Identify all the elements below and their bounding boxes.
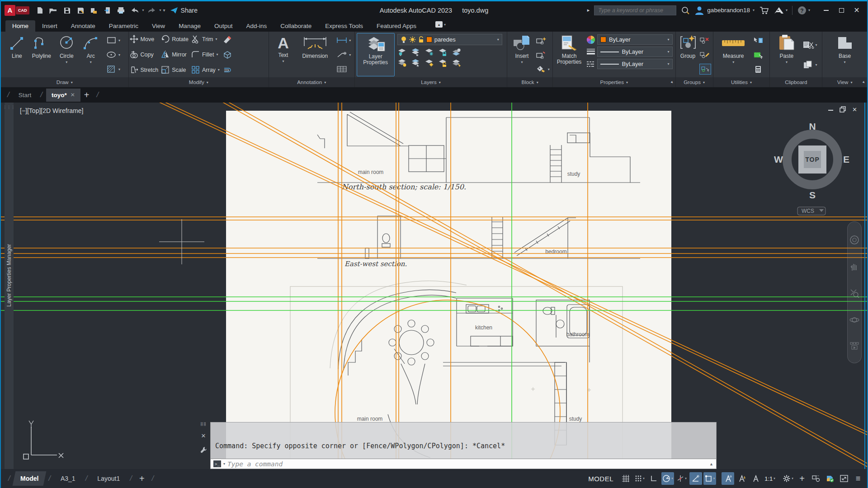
command-window[interactable]: Command: Specify opposite corner or [Fen… bbox=[210, 422, 717, 469]
annotation-visibility-toggle[interactable] bbox=[722, 472, 734, 485]
minimize-button[interactable] bbox=[819, 5, 833, 16]
modify-panel-label[interactable]: Modify▾ bbox=[129, 77, 269, 87]
group-selectable-toggle[interactable] bbox=[699, 64, 711, 75]
viewcube-south[interactable]: S bbox=[809, 190, 816, 200]
layer-unisolate-icon[interactable] bbox=[397, 59, 407, 67]
palette-grip[interactable]: ⋮⋮⋮ bbox=[3, 106, 15, 108]
layout-tab-a3-1[interactable]: A3_1 bbox=[54, 471, 82, 486]
linear-dimension-tool[interactable]: ▾ bbox=[336, 35, 351, 46]
utilities-panel-label[interactable]: Utilities▾ bbox=[713, 77, 770, 87]
layer-thaw-icon[interactable] bbox=[425, 59, 434, 67]
layout-tab-model[interactable]: Model bbox=[12, 471, 46, 486]
layer-off-icon[interactable] bbox=[397, 48, 407, 56]
layer-lock-icon[interactable] bbox=[438, 48, 448, 56]
grid-display-toggle[interactable] bbox=[619, 472, 632, 485]
line-tool[interactable]: Line bbox=[9, 33, 25, 76]
ribbon-tab-addins[interactable]: Add-ins bbox=[239, 20, 274, 32]
measure-tool[interactable]: Measure ▾ bbox=[719, 33, 747, 76]
isolate-objects-button[interactable] bbox=[810, 472, 822, 485]
redo-button[interactable] bbox=[146, 5, 158, 16]
quick-calculator-tool[interactable] bbox=[753, 64, 764, 75]
mirror-tool[interactable]: Mirror bbox=[161, 49, 189, 60]
redo-dropdown-icon[interactable]: ▾ bbox=[160, 8, 161, 12]
object-snap-tracking-toggle[interactable] bbox=[689, 472, 702, 485]
copy-clip-tool[interactable]: ▾ bbox=[802, 59, 817, 70]
command-window-grip[interactable]: ⣿⣿ bbox=[200, 423, 207, 425]
undo-button[interactable] bbox=[129, 5, 141, 16]
group-tool[interactable]: Group bbox=[678, 33, 698, 76]
annotation-scale-icon[interactable] bbox=[750, 472, 762, 485]
base-tool[interactable]: Base ▾ bbox=[832, 33, 858, 76]
new-layout-button[interactable]: + bbox=[136, 474, 148, 484]
trim-tool[interactable]: Trim▾ bbox=[191, 33, 220, 45]
ribbon-tab-output[interactable]: Output bbox=[208, 20, 240, 32]
array-tool[interactable]: Array▾ bbox=[191, 64, 220, 75]
clipboard-panel-label[interactable]: Clipboard bbox=[770, 77, 822, 87]
command-scroll-up-icon[interactable]: ▲ bbox=[709, 462, 713, 466]
file-tab-close-icon[interactable]: ✕ bbox=[71, 92, 75, 98]
insert-block-tool[interactable]: Insert ▾ bbox=[510, 33, 533, 76]
layer-isolate-icon[interactable] bbox=[411, 48, 421, 56]
new-drawing-tab-button[interactable]: + bbox=[80, 90, 93, 100]
polar-tracking-toggle[interactable]: ▾ bbox=[661, 472, 674, 485]
ribbon-display-toggle[interactable]: ▴ ▾ bbox=[435, 21, 446, 28]
layers-panel-label[interactable]: Layers▾ bbox=[355, 77, 507, 87]
annotation-scale-value[interactable]: 1:1▾ bbox=[764, 472, 776, 485]
layer-unlock-tool-icon[interactable] bbox=[438, 59, 448, 67]
viewport-minimize-icon[interactable] bbox=[828, 106, 833, 114]
paste-dropdown-icon[interactable]: ▾ bbox=[786, 60, 788, 64]
viewcube-north[interactable]: N bbox=[809, 121, 816, 131]
insert-dropdown-icon[interactable]: ▾ bbox=[521, 60, 523, 64]
command-recent-icon[interactable]: ▾ bbox=[223, 462, 225, 466]
viewcube[interactable]: N E S W TOP WCS bbox=[774, 119, 851, 223]
viewcube-top-face[interactable]: TOP bbox=[805, 156, 820, 163]
text-dropdown-icon[interactable]: ▾ bbox=[282, 59, 284, 63]
ribbon-tab-featured-apps[interactable]: Featured Apps bbox=[370, 20, 423, 32]
share-button[interactable]: Share bbox=[170, 7, 198, 14]
fillet-dropdown-icon[interactable]: ▾ bbox=[216, 52, 218, 56]
draw-panel-label[interactable]: Draw▾ bbox=[1, 77, 128, 87]
ungroup-tool[interactable] bbox=[699, 35, 711, 46]
viewcube-east[interactable]: E bbox=[843, 154, 849, 164]
customization-button[interactable]: + bbox=[796, 472, 808, 485]
clean-screen-button[interactable] bbox=[838, 472, 850, 485]
account-menu[interactable]: gabebrandon18 ▾ bbox=[694, 5, 755, 15]
layout-tab-layout1[interactable]: Layout1 bbox=[91, 471, 126, 486]
ribbon-tab-home[interactable]: Home bbox=[5, 20, 35, 32]
viewcube-wcs-menu[interactable]: WCS bbox=[797, 207, 826, 215]
plot-button[interactable] bbox=[115, 5, 127, 16]
ortho-mode-toggle[interactable] bbox=[647, 472, 660, 485]
layer-properties-button[interactable]: Layer Properties bbox=[357, 33, 395, 76]
view-panel-label[interactable]: View▾▸ bbox=[822, 77, 867, 87]
command-window-close-icon[interactable]: ✕ bbox=[201, 432, 206, 439]
maximize-button[interactable] bbox=[835, 5, 848, 16]
pan-hand-icon[interactable] bbox=[849, 262, 859, 272]
properties-launcher-icon[interactable]: ▸ bbox=[670, 80, 675, 84]
graphics-performance-button[interactable] bbox=[824, 472, 836, 485]
base-dropdown-icon[interactable]: ▾ bbox=[844, 60, 846, 64]
ribbon-tab-insert[interactable]: Insert bbox=[35, 20, 64, 32]
layer-dropdown[interactable]: paredes ▾ bbox=[397, 34, 502, 45]
command-customize-wrench-icon[interactable] bbox=[200, 446, 207, 453]
stretch-tool[interactable]: Stretch bbox=[130, 64, 159, 75]
dimension-tool[interactable]: Dimension bbox=[297, 33, 334, 76]
autodesk-menu[interactable]: ▾ bbox=[774, 6, 788, 14]
rotate-tool[interactable]: Rotate bbox=[161, 33, 189, 45]
app-store-cart-icon[interactable] bbox=[759, 6, 769, 15]
viewport-controls-label[interactable]: [−][Top][2D Wireframe] bbox=[20, 107, 83, 114]
scale-tool[interactable]: Scale bbox=[161, 64, 189, 75]
color-wheel-icon[interactable] bbox=[586, 35, 595, 44]
orbit-icon[interactable] bbox=[849, 315, 859, 325]
open-from-web-button[interactable] bbox=[88, 5, 100, 16]
command-input-row[interactable]: >_ ▾ Type a command ▲ bbox=[211, 459, 716, 469]
move-tool[interactable]: Move bbox=[130, 33, 159, 45]
match-properties-tool[interactable]: Match Properties bbox=[555, 33, 584, 76]
annotation-panel-label[interactable]: Annotation▾ bbox=[269, 77, 354, 87]
search-input[interactable] bbox=[594, 5, 676, 15]
edit-attributes-tool[interactable]: ▾ bbox=[536, 64, 550, 75]
isometric-drafting-toggle[interactable]: ▾ bbox=[675, 472, 688, 485]
arc-tool[interactable]: Arc ▾ bbox=[82, 33, 99, 76]
drawing-canvas[interactable]: North-south section; scale: 1/150. East-… bbox=[1, 103, 867, 469]
ribbon-tab-express-tools[interactable]: Express Tools bbox=[318, 20, 370, 32]
quick-select-tool[interactable] bbox=[753, 35, 764, 46]
